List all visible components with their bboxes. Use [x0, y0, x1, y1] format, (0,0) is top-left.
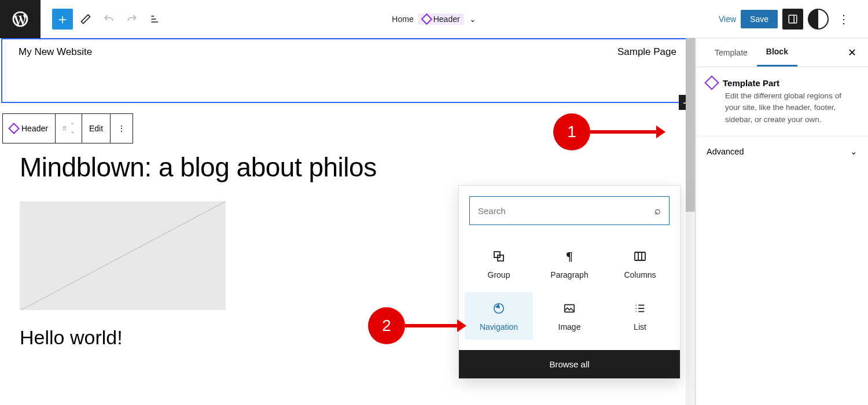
block-option-image[interactable]: Image — [535, 292, 604, 340]
image-icon — [561, 300, 578, 316]
page-title[interactable]: Mindblown: a blog about philos — [0, 143, 695, 183]
styles-icon[interactable] — [808, 9, 829, 30]
redo-icon[interactable] — [122, 9, 142, 30]
edit-tool-icon[interactable] — [75, 9, 96, 30]
browse-all-button[interactable]: Browse all — [459, 350, 680, 378]
nav-link-sample-page[interactable]: Sample Page — [617, 46, 676, 58]
tab-block[interactable]: Block — [757, 38, 797, 67]
svg-rect-3 — [498, 255, 503, 261]
breadcrumb: Home Header ⌄ — [392, 13, 476, 25]
block-option-columns[interactable]: Columns — [606, 240, 674, 288]
scrollbar[interactable] — [686, 38, 695, 405]
undo-icon[interactable] — [98, 9, 119, 30]
breadcrumb-home[interactable]: Home — [392, 14, 413, 24]
featured-image-placeholder[interactable] — [20, 201, 226, 310]
navigation-icon — [491, 300, 507, 316]
search-input-wrapper[interactable]: ⌕ — [469, 196, 670, 225]
block-option-paragraph[interactable]: ¶ Paragraph — [535, 240, 604, 288]
block-toolbar: Header ⠿ ⌃⌄ Edit ⋮ — [2, 113, 133, 143]
block-type-title: Template Part — [723, 78, 779, 88]
settings-sidebar-toggle[interactable] — [782, 9, 803, 30]
block-inserter-panel: ⌕ Group ¶ Paragraph Columns Navigation — [458, 185, 681, 379]
columns-icon — [632, 248, 648, 264]
group-icon — [491, 248, 507, 264]
search-input[interactable] — [478, 206, 654, 216]
breadcrumb-header[interactable]: Header — [418, 13, 465, 25]
template-part-icon — [421, 13, 433, 25]
list-icon — [632, 300, 648, 316]
settings-sidebar: Template Block ✕ Template Part Edit the … — [696, 38, 868, 405]
block-type-indicator[interactable]: Header — [3, 114, 56, 143]
svg-rect-0 — [789, 15, 797, 23]
block-move-handle[interactable]: ⠿ ⌃⌄ — [56, 114, 82, 143]
paragraph-icon: ¶ — [561, 248, 578, 264]
save-button[interactable]: Save — [741, 10, 778, 28]
search-icon: ⌕ — [654, 205, 661, 217]
chevron-down-icon: ⌄ — [850, 147, 858, 156]
tab-template[interactable]: Template — [705, 38, 757, 67]
site-title[interactable]: My New Website — [19, 46, 92, 58]
close-sidebar-icon[interactable]: ✕ — [845, 44, 859, 61]
template-part-icon — [8, 123, 20, 134]
list-view-icon[interactable] — [145, 9, 165, 30]
move-down-icon[interactable]: ⌄ — [70, 128, 75, 134]
template-part-icon — [704, 75, 719, 90]
wp-logo[interactable] — [0, 0, 41, 38]
block-option-navigation[interactable]: Navigation — [465, 292, 533, 340]
view-link[interactable]: View — [719, 14, 736, 24]
more-options-icon[interactable]: ⋮ — [833, 9, 854, 30]
block-option-list[interactable]: List — [606, 292, 674, 340]
svg-rect-2 — [494, 252, 500, 257]
advanced-panel-toggle[interactable]: Advanced ⌄ — [696, 136, 868, 167]
edit-button[interactable]: Edit — [82, 114, 111, 143]
block-more-options[interactable]: ⋮ — [111, 114, 133, 143]
header-template-part[interactable]: My New Website Sample Page ＋ — [1, 38, 694, 103]
block-option-group[interactable]: Group — [465, 240, 533, 288]
chevron-down-icon[interactable]: ⌄ — [469, 14, 476, 24]
block-type-description: Edit the different global regions of you… — [707, 90, 858, 126]
svg-rect-8 — [565, 305, 575, 312]
drag-handle-icon: ⠿ — [62, 126, 67, 132]
block-inserter-toggle[interactable]: ＋ — [52, 9, 73, 30]
svg-rect-4 — [635, 252, 645, 260]
